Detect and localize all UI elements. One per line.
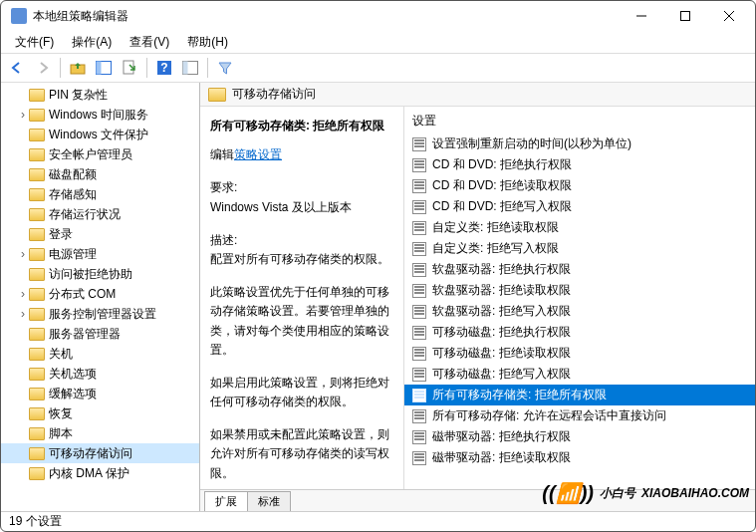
tab-extended[interactable]: 扩展	[204, 491, 248, 511]
filter-button[interactable]	[213, 56, 237, 80]
tree-item[interactable]: 服务器管理器	[1, 324, 199, 344]
folder-icon	[29, 168, 45, 181]
nav-tree[interactable]: PIN 复杂性›Windows 时间服务Windows 文件保护安全帐户管理员磁…	[1, 83, 200, 511]
list-item-label: 磁带驱动器: 拒绝读取权限	[432, 449, 571, 466]
tree-item[interactable]: Windows 文件保护	[1, 125, 199, 144]
status-text: 19 个设置	[9, 513, 62, 530]
tree-item[interactable]: 登录	[1, 224, 199, 244]
tree-item[interactable]: 恢复	[1, 403, 199, 423]
tree-item[interactable]: 脚本	[1, 423, 199, 443]
tree-item[interactable]: ›电源管理	[1, 244, 199, 264]
list-item[interactable]: CD 和 DVD: 拒绝写入权限	[404, 196, 755, 217]
titlebar: 本地组策略编辑器	[1, 1, 755, 31]
tree-item-label: 登录	[49, 226, 73, 243]
close-button[interactable]	[707, 2, 751, 30]
list-item-label: 自定义类: 拒绝写入权限	[432, 240, 559, 257]
list-item[interactable]: 软盘驱动器: 拒绝执行权限	[404, 259, 755, 280]
up-button[interactable]	[66, 56, 90, 80]
tree-item[interactable]: ›Windows 时间服务	[1, 105, 199, 125]
folder-icon	[29, 388, 45, 400]
policy-icon	[412, 284, 426, 298]
policy-icon	[412, 179, 426, 193]
tree-item[interactable]: PIN 复杂性	[1, 85, 199, 105]
tree-item[interactable]: ›分布式 COM	[1, 284, 199, 304]
list-item-label: 设置强制重新启动的时间(以秒为单位)	[432, 135, 631, 152]
properties-button[interactable]	[178, 56, 202, 80]
tree-item[interactable]: 磁盘配额	[1, 164, 199, 184]
policy-icon	[412, 305, 426, 319]
menu-file[interactable]: 文件(F)	[7, 32, 62, 53]
minimize-button[interactable]	[620, 2, 663, 30]
expand-icon[interactable]: ›	[17, 307, 29, 321]
list-item-label: 所有可移动存储: 允许在远程会话中直接访问	[432, 407, 666, 424]
category-header: 可移动存储访问	[200, 83, 755, 107]
tab-standard[interactable]: 标准	[247, 491, 291, 511]
forward-button[interactable]	[31, 56, 55, 80]
list-item-label: 自定义类: 拒绝读取权限	[432, 219, 559, 236]
expand-icon[interactable]: ›	[17, 287, 29, 301]
list-item[interactable]: 可移动磁盘: 拒绝执行权限	[404, 322, 755, 343]
tree-item[interactable]: 存储运行状况	[1, 204, 199, 224]
list-item[interactable]: 所有可移动存储类: 拒绝所有权限	[404, 385, 755, 405]
list-item[interactable]: 磁带驱动器: 拒绝执行权限	[404, 426, 755, 447]
tree-item[interactable]: 关机选项	[1, 364, 199, 384]
description-panel: 所有可移动存储类: 拒绝所有权限 编辑策略设置 要求: Windows Vist…	[200, 107, 404, 489]
folder-icon	[29, 129, 45, 141]
list-item-label: 所有可移动存储类: 拒绝所有权限	[432, 387, 607, 403]
policy-icon	[412, 347, 426, 361]
list-item-label: 磁带驱动器: 拒绝执行权限	[432, 428, 571, 445]
help-button[interactable]: ?	[152, 56, 176, 80]
list-item[interactable]: 自定义类: 拒绝读取权限	[404, 217, 755, 238]
edit-policy-link[interactable]: 策略设置	[234, 147, 282, 161]
tree-item[interactable]: 关机	[1, 344, 199, 364]
tree-item[interactable]: 安全帐户管理员	[1, 144, 199, 164]
policy-icon	[412, 221, 426, 235]
tree-item-label: 存储运行状况	[49, 206, 121, 223]
folder-icon	[29, 407, 45, 420]
description: 描述: 配置对所有可移动存储类的权限。	[210, 231, 393, 269]
toolbar: ?	[1, 53, 755, 83]
tree-item[interactable]: 内核 DMA 保护	[1, 463, 199, 483]
back-button[interactable]	[5, 56, 29, 80]
tree-item[interactable]: 缓解选项	[1, 384, 199, 403]
list-item-label: 可移动磁盘: 拒绝执行权限	[432, 324, 571, 341]
expand-icon[interactable]: ›	[17, 247, 29, 261]
tree-item[interactable]: 可移动存储访问	[1, 443, 199, 463]
maximize-button[interactable]	[663, 2, 707, 30]
list-item-label: CD 和 DVD: 拒绝读取权限	[432, 177, 572, 194]
tree-item-label: Windows 文件保护	[49, 127, 148, 143]
menu-view[interactable]: 查看(V)	[122, 32, 177, 53]
tree-item[interactable]: 访问被拒绝协助	[1, 264, 199, 284]
list-item[interactable]: 磁带驱动器: 拒绝读取权限	[404, 447, 755, 468]
expand-icon[interactable]: ›	[17, 108, 29, 122]
policy-icon	[412, 158, 426, 172]
export-list-button[interactable]	[118, 56, 141, 80]
list-item[interactable]: 软盘驱动器: 拒绝读取权限	[404, 280, 755, 301]
tree-item-label: 磁盘配额	[49, 166, 97, 183]
folder-icon	[29, 228, 45, 241]
tree-item[interactable]: ›服务控制管理器设置	[1, 304, 199, 324]
list-item[interactable]: CD 和 DVD: 拒绝执行权限	[404, 154, 755, 175]
list-item-label: 可移动磁盘: 拒绝写入权限	[432, 366, 571, 383]
settings-list[interactable]: 设置 设置强制重新启动的时间(以秒为单位)CD 和 DVD: 拒绝执行权限CD …	[404, 107, 755, 489]
list-item[interactable]: 软盘驱动器: 拒绝写入权限	[404, 301, 755, 322]
list-item-label: 软盘驱动器: 拒绝写入权限	[432, 303, 571, 320]
list-item-label: CD 和 DVD: 拒绝写入权限	[432, 198, 572, 215]
folder-icon	[29, 208, 45, 221]
tree-item-label: PIN 复杂性	[49, 87, 108, 104]
edit-row: 编辑策略设置	[210, 145, 393, 164]
list-item[interactable]: 可移动磁盘: 拒绝写入权限	[404, 364, 755, 385]
menu-help[interactable]: 帮助(H)	[179, 32, 236, 53]
policy-icon	[412, 451, 426, 465]
show-hide-tree-button[interactable]	[92, 56, 116, 80]
list-item[interactable]: 所有可移动存储: 允许在远程会话中直接访问	[404, 405, 755, 426]
description-para: 此策略设置优先于任何单独的可移动存储策略设置。若要管理单独的类，请对每个类使用相…	[210, 283, 393, 360]
list-item[interactable]: 设置强制重新启动的时间(以秒为单位)	[404, 133, 755, 154]
tree-item[interactable]: 存储感知	[1, 184, 199, 204]
list-item[interactable]: 可移动磁盘: 拒绝读取权限	[404, 343, 755, 364]
list-item-label: CD 和 DVD: 拒绝执行权限	[432, 156, 572, 173]
list-item[interactable]: CD 和 DVD: 拒绝读取权限	[404, 175, 755, 196]
menu-action[interactable]: 操作(A)	[64, 32, 120, 53]
tree-item-label: 访问被拒绝协助	[49, 266, 132, 283]
list-item[interactable]: 自定义类: 拒绝写入权限	[404, 238, 755, 259]
